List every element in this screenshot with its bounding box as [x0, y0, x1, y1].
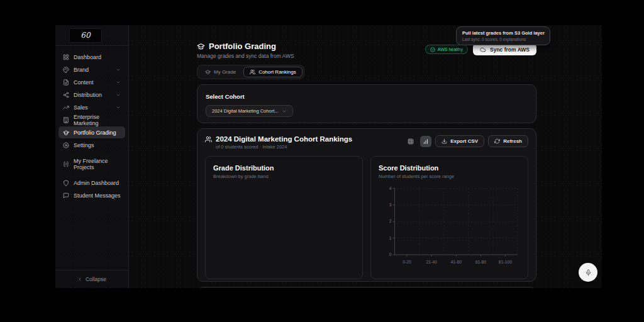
message-icon — [63, 192, 69, 199]
sidebar-item-my-freelance-projects[interactable]: My Freelance Projects — [58, 158, 125, 170]
export-csv-button[interactable]: Export CSV — [435, 135, 484, 147]
download-icon — [441, 138, 447, 144]
rankings-title: 2024 Digital Marketing Cohort Rankings — [216, 135, 352, 143]
content-column: Portfolio Grading Manage grades and sync… — [197, 25, 536, 288]
svg-text:61-80: 61-80 — [475, 260, 487, 264]
select-cohort-card: Select Cohort 2024 Digital Marketing Coh… — [197, 84, 536, 123]
svg-text:41-60: 41-60 — [451, 260, 462, 264]
sidebar-item-student-messages[interactable]: Student Messages — [58, 189, 125, 201]
sync-toast: Pull latest grades from S3 Gold layer La… — [456, 26, 550, 45]
cohort-rankings-card: 2024 Digital Marketing Cohort Rankings o… — [197, 128, 536, 282]
sidebar-nav: DashboardBrandContentDistributionSalesEn… — [55, 46, 128, 202]
sidebar-item-enterprise-marketing[interactable]: Enterprise Marketing — [58, 114, 125, 126]
users-icon — [250, 69, 255, 75]
sidebar-item-settings[interactable]: Settings — [58, 139, 125, 151]
cohort-select[interactable]: 2024 Digital Marketing Cohort... — [206, 105, 293, 117]
chevron-down-icon — [116, 67, 121, 72]
score-chart-subtitle: Number of students per score range — [379, 174, 520, 179]
svg-text:0: 0 — [389, 252, 392, 257]
aws-health-badge: AWS healthy — [425, 45, 468, 54]
chevron-down-icon — [116, 80, 121, 85]
chevron-left-icon — [77, 277, 82, 282]
refresh-icon — [494, 138, 500, 144]
aws-health-label: AWS healthy — [438, 47, 463, 52]
refresh-button[interactable]: Refresh — [488, 135, 528, 147]
grid-icon — [63, 54, 69, 60]
page-subtitle: Manage grades and sync data from AWS — [197, 53, 294, 59]
collapse-label: Collapse — [86, 276, 106, 282]
toast-subtitle: Last sync: 0 scores, 0 explanations — [462, 37, 544, 42]
grade-chart-title: Grade Distribution — [213, 164, 355, 172]
svg-text:1: 1 — [389, 236, 392, 240]
rankings-subtitle: of 0 students scored · Intake 2024 — [216, 144, 352, 150]
tab-cohort-rankings[interactable]: Cohort Rankings — [243, 67, 303, 77]
graduation-cap-icon — [205, 69, 211, 75]
table-view-button[interactable] — [405, 136, 416, 147]
mic-icon — [585, 269, 592, 276]
score-chart-title: Score Distribution — [379, 164, 520, 172]
check-circle-icon — [430, 47, 435, 52]
grade-chart-subtitle: Breakdown by grade band — [213, 174, 355, 179]
page-title: Portfolio Grading — [209, 42, 276, 51]
trending-up-icon — [63, 104, 69, 111]
voice-fab[interactable] — [579, 263, 597, 282]
svg-text:21-40: 21-40 — [426, 260, 437, 264]
tab-bar: My GradeCohort Rankings — [197, 65, 304, 79]
sidebar-item-portfolio-grading[interactable]: Portfolio Grading — [58, 126, 125, 138]
sidebar-item-dashboard[interactable]: Dashboard — [58, 51, 125, 63]
brackets-icon — [63, 161, 69, 167]
screenshot-canvas: 60 DashboardBrandContentDistributionSale… — [0, 0, 644, 322]
bar-chart-icon — [423, 138, 429, 145]
graduation-cap-icon — [63, 130, 69, 136]
collapse-button[interactable]: Collapse — [55, 270, 128, 288]
select-cohort-label: Select Cohort — [206, 93, 528, 100]
svg-text:4: 4 — [389, 186, 392, 191]
sidebar-item-distribution[interactable]: Distribution — [58, 89, 125, 101]
chart-view-button[interactable] — [420, 136, 431, 147]
cohort-select-value: 2024 Digital Marketing Cohort... — [212, 108, 278, 114]
grade-distribution-card: Grade Distribution Breakdown by grade ba… — [205, 156, 363, 279]
svg-text:3: 3 — [389, 203, 392, 207]
app-logo-text: 60 — [80, 31, 90, 40]
score-distribution-chart: 012340-2021-4041-6061-8081-100 — [379, 184, 520, 271]
graduation-cap-icon — [197, 42, 205, 50]
score-distribution-card: Score Distribution Number of students pe… — [370, 156, 528, 279]
users-icon — [205, 136, 212, 143]
table-icon — [408, 138, 414, 145]
partial-bottom-card — [197, 287, 536, 288]
svg-text:2: 2 — [389, 219, 392, 223]
palette-icon — [63, 67, 69, 73]
sidebar: 60 DashboardBrandContentDistributionSale… — [55, 25, 129, 288]
toast-title: Pull latest grades from S3 Gold layer — [462, 30, 544, 36]
tab-my-grade[interactable]: My Grade — [199, 67, 242, 77]
file-text-icon — [63, 79, 69, 86]
sidebar-item-brand[interactable]: Brand — [58, 64, 125, 75]
sidebar-item-content[interactable]: Content — [58, 76, 125, 88]
gear-icon — [63, 142, 69, 148]
sidebar-item-admin-dashboard[interactable]: Admin Dashboard — [58, 177, 125, 189]
chevron-down-icon — [116, 92, 121, 97]
svg-text:0-20: 0-20 — [402, 260, 411, 264]
share-icon — [63, 92, 69, 98]
app-logo[interactable]: 60 — [69, 28, 102, 43]
svg-text:81-100: 81-100 — [499, 260, 512, 264]
sidebar-header: 60 — [55, 25, 128, 46]
chevron-down-icon — [116, 105, 121, 110]
sidebar-item-sales[interactable]: Sales — [58, 101, 125, 113]
app-window: 60 DashboardBrandContentDistributionSale… — [55, 25, 602, 288]
chevron-down-icon — [282, 109, 287, 114]
cloud-icon — [480, 47, 486, 53]
shield-icon — [63, 180, 69, 186]
building-icon — [63, 117, 69, 123]
main-content: Pull latest grades from S3 Gold layer La… — [129, 25, 602, 288]
